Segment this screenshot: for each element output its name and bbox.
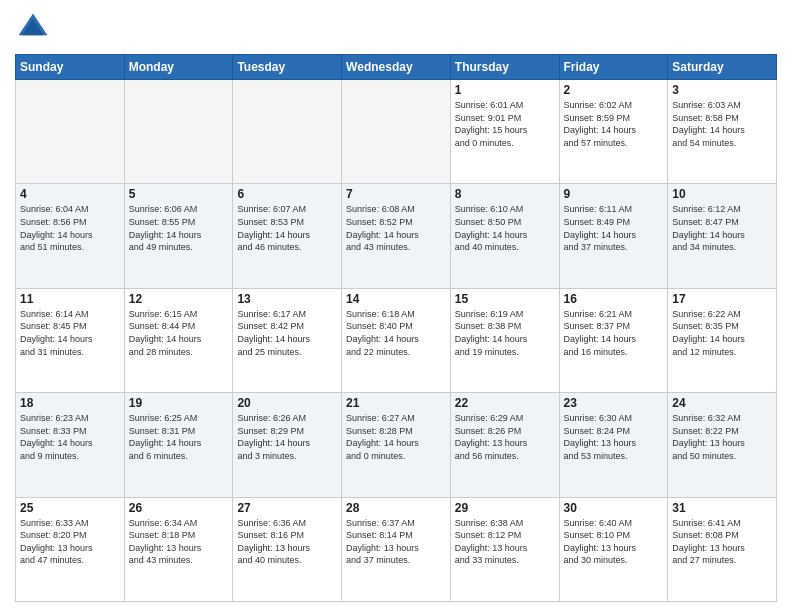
day-number: 24 xyxy=(672,396,772,410)
day-info: Sunrise: 6:32 AM Sunset: 8:22 PM Dayligh… xyxy=(672,412,772,462)
day-cell: 16Sunrise: 6:21 AM Sunset: 8:37 PM Dayli… xyxy=(559,288,668,392)
day-info: Sunrise: 6:17 AM Sunset: 8:42 PM Dayligh… xyxy=(237,308,337,358)
day-number: 18 xyxy=(20,396,120,410)
day-info: Sunrise: 6:23 AM Sunset: 8:33 PM Dayligh… xyxy=(20,412,120,462)
day-number: 21 xyxy=(346,396,446,410)
col-header-monday: Monday xyxy=(124,55,233,80)
day-cell: 8Sunrise: 6:10 AM Sunset: 8:50 PM Daylig… xyxy=(450,184,559,288)
day-cell: 26Sunrise: 6:34 AM Sunset: 8:18 PM Dayli… xyxy=(124,497,233,601)
day-number: 30 xyxy=(564,501,664,515)
day-cell: 6Sunrise: 6:07 AM Sunset: 8:53 PM Daylig… xyxy=(233,184,342,288)
day-info: Sunrise: 6:21 AM Sunset: 8:37 PM Dayligh… xyxy=(564,308,664,358)
day-number: 2 xyxy=(564,83,664,97)
day-cell: 10Sunrise: 6:12 AM Sunset: 8:47 PM Dayli… xyxy=(668,184,777,288)
day-info: Sunrise: 6:12 AM Sunset: 8:47 PM Dayligh… xyxy=(672,203,772,253)
day-info: Sunrise: 6:02 AM Sunset: 8:59 PM Dayligh… xyxy=(564,99,664,149)
day-cell: 23Sunrise: 6:30 AM Sunset: 8:24 PM Dayli… xyxy=(559,393,668,497)
day-number: 16 xyxy=(564,292,664,306)
day-info: Sunrise: 6:22 AM Sunset: 8:35 PM Dayligh… xyxy=(672,308,772,358)
day-info: Sunrise: 6:33 AM Sunset: 8:20 PM Dayligh… xyxy=(20,517,120,567)
day-cell: 19Sunrise: 6:25 AM Sunset: 8:31 PM Dayli… xyxy=(124,393,233,497)
day-cell: 22Sunrise: 6:29 AM Sunset: 8:26 PM Dayli… xyxy=(450,393,559,497)
day-number: 20 xyxy=(237,396,337,410)
day-info: Sunrise: 6:07 AM Sunset: 8:53 PM Dayligh… xyxy=(237,203,337,253)
calendar-table: SundayMondayTuesdayWednesdayThursdayFrid… xyxy=(15,54,777,602)
day-cell: 24Sunrise: 6:32 AM Sunset: 8:22 PM Dayli… xyxy=(668,393,777,497)
day-number: 13 xyxy=(237,292,337,306)
day-cell: 2Sunrise: 6:02 AM Sunset: 8:59 PM Daylig… xyxy=(559,80,668,184)
day-number: 6 xyxy=(237,187,337,201)
day-number: 14 xyxy=(346,292,446,306)
day-cell: 9Sunrise: 6:11 AM Sunset: 8:49 PM Daylig… xyxy=(559,184,668,288)
logo-icon xyxy=(15,10,51,46)
day-number: 26 xyxy=(129,501,229,515)
day-cell: 13Sunrise: 6:17 AM Sunset: 8:42 PM Dayli… xyxy=(233,288,342,392)
day-info: Sunrise: 6:18 AM Sunset: 8:40 PM Dayligh… xyxy=(346,308,446,358)
day-info: Sunrise: 6:15 AM Sunset: 8:44 PM Dayligh… xyxy=(129,308,229,358)
day-cell: 30Sunrise: 6:40 AM Sunset: 8:10 PM Dayli… xyxy=(559,497,668,601)
header xyxy=(15,10,777,46)
day-info: Sunrise: 6:36 AM Sunset: 8:16 PM Dayligh… xyxy=(237,517,337,567)
day-cell: 27Sunrise: 6:36 AM Sunset: 8:16 PM Dayli… xyxy=(233,497,342,601)
calendar-header-row: SundayMondayTuesdayWednesdayThursdayFrid… xyxy=(16,55,777,80)
day-cell xyxy=(16,80,125,184)
day-info: Sunrise: 6:06 AM Sunset: 8:55 PM Dayligh… xyxy=(129,203,229,253)
day-number: 9 xyxy=(564,187,664,201)
col-header-tuesday: Tuesday xyxy=(233,55,342,80)
day-info: Sunrise: 6:25 AM Sunset: 8:31 PM Dayligh… xyxy=(129,412,229,462)
day-number: 19 xyxy=(129,396,229,410)
day-number: 11 xyxy=(20,292,120,306)
day-number: 22 xyxy=(455,396,555,410)
day-info: Sunrise: 6:27 AM Sunset: 8:28 PM Dayligh… xyxy=(346,412,446,462)
day-info: Sunrise: 6:29 AM Sunset: 8:26 PM Dayligh… xyxy=(455,412,555,462)
day-number: 23 xyxy=(564,396,664,410)
day-cell: 1Sunrise: 6:01 AM Sunset: 9:01 PM Daylig… xyxy=(450,80,559,184)
day-cell: 20Sunrise: 6:26 AM Sunset: 8:29 PM Dayli… xyxy=(233,393,342,497)
day-cell: 14Sunrise: 6:18 AM Sunset: 8:40 PM Dayli… xyxy=(342,288,451,392)
day-cell: 11Sunrise: 6:14 AM Sunset: 8:45 PM Dayli… xyxy=(16,288,125,392)
day-cell: 25Sunrise: 6:33 AM Sunset: 8:20 PM Dayli… xyxy=(16,497,125,601)
day-cell: 28Sunrise: 6:37 AM Sunset: 8:14 PM Dayli… xyxy=(342,497,451,601)
day-info: Sunrise: 6:01 AM Sunset: 9:01 PM Dayligh… xyxy=(455,99,555,149)
day-info: Sunrise: 6:38 AM Sunset: 8:12 PM Dayligh… xyxy=(455,517,555,567)
day-cell: 3Sunrise: 6:03 AM Sunset: 8:58 PM Daylig… xyxy=(668,80,777,184)
day-info: Sunrise: 6:19 AM Sunset: 8:38 PM Dayligh… xyxy=(455,308,555,358)
day-cell: 21Sunrise: 6:27 AM Sunset: 8:28 PM Dayli… xyxy=(342,393,451,497)
day-cell: 7Sunrise: 6:08 AM Sunset: 8:52 PM Daylig… xyxy=(342,184,451,288)
day-info: Sunrise: 6:04 AM Sunset: 8:56 PM Dayligh… xyxy=(20,203,120,253)
day-cell: 18Sunrise: 6:23 AM Sunset: 8:33 PM Dayli… xyxy=(16,393,125,497)
col-header-wednesday: Wednesday xyxy=(342,55,451,80)
day-cell xyxy=(342,80,451,184)
day-info: Sunrise: 6:37 AM Sunset: 8:14 PM Dayligh… xyxy=(346,517,446,567)
day-info: Sunrise: 6:34 AM Sunset: 8:18 PM Dayligh… xyxy=(129,517,229,567)
day-number: 8 xyxy=(455,187,555,201)
day-number: 1 xyxy=(455,83,555,97)
day-cell: 31Sunrise: 6:41 AM Sunset: 8:08 PM Dayli… xyxy=(668,497,777,601)
col-header-friday: Friday xyxy=(559,55,668,80)
day-number: 10 xyxy=(672,187,772,201)
day-number: 5 xyxy=(129,187,229,201)
day-number: 7 xyxy=(346,187,446,201)
page: SundayMondayTuesdayWednesdayThursdayFrid… xyxy=(0,0,792,612)
day-info: Sunrise: 6:40 AM Sunset: 8:10 PM Dayligh… xyxy=(564,517,664,567)
day-info: Sunrise: 6:41 AM Sunset: 8:08 PM Dayligh… xyxy=(672,517,772,567)
day-number: 28 xyxy=(346,501,446,515)
day-cell: 4Sunrise: 6:04 AM Sunset: 8:56 PM Daylig… xyxy=(16,184,125,288)
day-cell xyxy=(233,80,342,184)
day-info: Sunrise: 6:30 AM Sunset: 8:24 PM Dayligh… xyxy=(564,412,664,462)
day-cell: 17Sunrise: 6:22 AM Sunset: 8:35 PM Dayli… xyxy=(668,288,777,392)
logo xyxy=(15,10,55,46)
day-cell: 29Sunrise: 6:38 AM Sunset: 8:12 PM Dayli… xyxy=(450,497,559,601)
day-number: 27 xyxy=(237,501,337,515)
day-cell: 5Sunrise: 6:06 AM Sunset: 8:55 PM Daylig… xyxy=(124,184,233,288)
day-number: 4 xyxy=(20,187,120,201)
day-info: Sunrise: 6:26 AM Sunset: 8:29 PM Dayligh… xyxy=(237,412,337,462)
day-number: 31 xyxy=(672,501,772,515)
week-row-3: 18Sunrise: 6:23 AM Sunset: 8:33 PM Dayli… xyxy=(16,393,777,497)
day-info: Sunrise: 6:08 AM Sunset: 8:52 PM Dayligh… xyxy=(346,203,446,253)
col-header-sunday: Sunday xyxy=(16,55,125,80)
week-row-0: 1Sunrise: 6:01 AM Sunset: 9:01 PM Daylig… xyxy=(16,80,777,184)
day-info: Sunrise: 6:11 AM Sunset: 8:49 PM Dayligh… xyxy=(564,203,664,253)
day-number: 15 xyxy=(455,292,555,306)
day-cell: 15Sunrise: 6:19 AM Sunset: 8:38 PM Dayli… xyxy=(450,288,559,392)
